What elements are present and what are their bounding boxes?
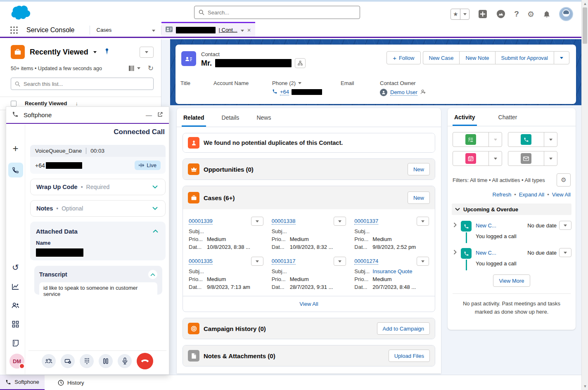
pin-icon[interactable] <box>104 48 110 57</box>
favorites-dropdown[interactable] <box>460 9 469 19</box>
utility-tab-softphone[interactable]: Softphone <box>0 375 45 390</box>
tab-related[interactable]: Related <box>183 108 204 127</box>
star-icon[interactable]: ★ <box>451 9 460 19</box>
new-task-button[interactable] <box>453 132 502 147</box>
list-view-title[interactable]: Recently Viewed <box>30 48 88 57</box>
sort-descending-icon[interactable]: ↓ <box>75 100 78 106</box>
cases-tab-dropdown[interactable] <box>152 27 155 33</box>
history-icon[interactable]: ↺ <box>12 262 19 272</box>
list-actions-dropdown[interactable] <box>140 47 154 58</box>
select-all-checkbox[interactable] <box>11 101 17 106</box>
notes-row[interactable]: Notes • Optional <box>30 200 166 217</box>
switch-device-button[interactable] <box>61 354 75 368</box>
activity-filter-gear[interactable]: ⚙ <box>557 173 571 187</box>
case-number-link[interactable]: 00001317 <box>272 258 296 265</box>
app-name[interactable]: Service Console <box>26 26 75 34</box>
activity-title-link[interactable]: New C... <box>476 250 496 256</box>
chevron-up-icon[interactable] <box>148 270 157 279</box>
add-call-icon[interactable]: + <box>12 143 18 154</box>
new-note-button[interactable]: New Note <box>459 51 495 64</box>
chevron-up-icon[interactable] <box>151 227 160 236</box>
list-view-dropdown-icon[interactable] <box>93 51 97 53</box>
upload-files-button[interactable]: Upload Files <box>389 350 430 362</box>
case-row-actions[interactable] <box>417 217 429 226</box>
new-case-related-button[interactable]: New <box>408 191 430 204</box>
utility-tab-history[interactable]: History <box>50 375 91 390</box>
contact-tab-dropdown[interactable] <box>241 27 244 33</box>
new-event-button[interactable] <box>453 151 502 166</box>
refresh-icon[interactable]: ↻ <box>148 64 154 73</box>
view-all-link[interactable]: View All <box>552 191 571 198</box>
scroll-up-icon[interactable]: ▲ <box>582 2 588 6</box>
hold-pause-button[interactable] <box>99 354 113 368</box>
notes-page-icon[interactable] <box>12 340 19 348</box>
more-actions-dropdown[interactable] <box>554 51 569 64</box>
phone-dropdown-icon[interactable] <box>298 82 301 84</box>
case-row-actions[interactable] <box>334 217 346 226</box>
activity-title-link[interactable]: New C... <box>476 222 496 229</box>
user-avatar[interactable] <box>559 7 573 21</box>
task-dropdown[interactable] <box>488 132 502 147</box>
submit-approval-button[interactable]: Submit for Approval <box>495 51 554 64</box>
case-row-actions[interactable] <box>251 217 263 226</box>
campaign-title[interactable]: Campaign History (0) <box>204 325 266 332</box>
case-row-actions[interactable] <box>417 257 429 266</box>
case-number-link[interactable]: 00001337 <box>354 218 378 225</box>
case-subject-link[interactable]: Insurance Quote <box>372 268 412 274</box>
nav-tab-contact-active[interactable]: | Cont... × <box>161 22 255 37</box>
add-to-campaign-button[interactable]: Add to Campaign <box>377 322 430 335</box>
dialpad-button[interactable] <box>80 354 94 368</box>
wrap-up-code-row[interactable]: Wrap Up Code • Required <box>30 179 166 195</box>
event-dropdown[interactable] <box>488 151 502 165</box>
case-number-link[interactable]: 00001335 <box>189 258 213 265</box>
chevron-down-icon[interactable] <box>150 182 159 191</box>
email-button[interactable] <box>508 151 557 166</box>
column-header[interactable]: Recently Viewed <box>25 100 67 106</box>
cases-title[interactable]: Cases (6+) <box>204 194 235 201</box>
contact-tab-close-icon[interactable]: × <box>247 26 251 33</box>
help-icon[interactable]: ? <box>514 9 519 19</box>
scroll-down-icon[interactable]: ▼ <box>582 384 588 388</box>
trailhead-icon[interactable] <box>496 9 506 19</box>
activity-row-actions[interactable] <box>559 248 571 257</box>
list-search[interactable] <box>11 78 154 90</box>
global-search-input[interactable] <box>208 9 356 16</box>
tab-chatter[interactable]: Chatter <box>498 108 517 126</box>
phone-link[interactable]: +64 <box>280 89 289 95</box>
page-scrollbar[interactable]: ▲ ▼ <box>581 0 588 390</box>
case-row-actions[interactable] <box>251 257 263 266</box>
refresh-link[interactable]: Refresh <box>493 191 512 198</box>
mute-mic-button[interactable] <box>118 354 132 368</box>
case-number-link[interactable]: 00001338 <box>272 218 296 225</box>
tab-news[interactable]: News <box>256 108 271 127</box>
cases-view-all-link[interactable]: View All <box>299 301 318 307</box>
popout-icon[interactable] <box>157 111 163 119</box>
new-opportunity-button[interactable]: New <box>408 163 430 175</box>
quick-create-icon[interactable] <box>478 9 488 19</box>
active-call-tab-icon[interactable] <box>8 163 23 177</box>
expand-chevron-icon[interactable] <box>453 222 457 229</box>
notes-attachments-title[interactable]: Notes & Attachments (0) <box>204 352 275 359</box>
org-chart-icon[interactable] <box>295 58 306 68</box>
view-more-button[interactable]: View More <box>493 274 530 287</box>
log-call-button[interactable] <box>508 132 557 147</box>
apps-grid-icon[interactable] <box>12 321 19 329</box>
opportunities-title[interactable]: Opportunities (0) <box>204 166 254 173</box>
expand-chevron-icon[interactable] <box>453 250 457 256</box>
setup-gear-icon[interactable]: ⚙ <box>527 9 534 19</box>
list-search-input[interactable] <box>24 81 149 87</box>
analytics-icon[interactable] <box>12 283 19 291</box>
log-call-dropdown[interactable] <box>544 132 557 147</box>
scrollbar-thumb[interactable] <box>583 7 587 44</box>
tab-details[interactable]: Details <box>222 108 239 127</box>
follow-button[interactable]: + Follow <box>386 51 420 64</box>
owner-link[interactable]: Demo User <box>390 89 417 96</box>
case-number-link[interactable]: 00001274 <box>354 258 378 265</box>
agent-avatar[interactable]: DM <box>9 354 24 369</box>
tab-activity[interactable]: Activity <box>454 108 475 126</box>
case-number-link[interactable]: 00001339 <box>189 218 213 225</box>
favorites-button[interactable]: ★ <box>450 9 469 20</box>
nav-tab-cases[interactable]: Cases <box>90 27 152 33</box>
activity-row-actions[interactable] <box>559 221 571 230</box>
new-case-button[interactable]: New Case <box>423 51 460 64</box>
